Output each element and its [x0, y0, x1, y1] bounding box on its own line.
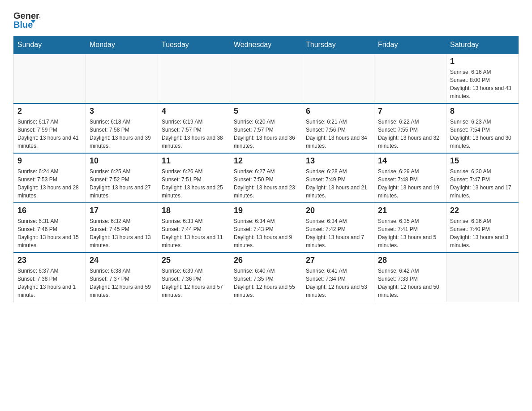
- day-cell: 16Sunrise: 6:31 AM Sunset: 7:46 PM Dayli…: [14, 203, 86, 253]
- day-cell: 19Sunrise: 6:34 AM Sunset: 7:43 PM Dayli…: [230, 203, 302, 253]
- day-info: Sunrise: 6:27 AM Sunset: 7:50 PM Dayligh…: [234, 167, 298, 200]
- calendar-header-row: SundayMondayTuesdayWednesdayThursdayFrid…: [14, 36, 519, 54]
- day-cell: [158, 54, 230, 103]
- day-number: 11: [162, 156, 226, 166]
- week-row-3: 16Sunrise: 6:31 AM Sunset: 7:46 PM Dayli…: [14, 203, 519, 253]
- day-cell: 20Sunrise: 6:34 AM Sunset: 7:42 PM Dayli…: [302, 203, 374, 253]
- day-number: 28: [378, 256, 442, 265]
- day-cell: 23Sunrise: 6:37 AM Sunset: 7:38 PM Dayli…: [14, 253, 86, 302]
- day-number: 17: [90, 206, 154, 215]
- day-info: Sunrise: 6:26 AM Sunset: 7:51 PM Dayligh…: [162, 167, 226, 200]
- day-info: Sunrise: 6:28 AM Sunset: 7:49 PM Dayligh…: [306, 167, 370, 200]
- day-number: 7: [378, 107, 442, 116]
- svg-text:Blue: Blue: [13, 20, 33, 30]
- day-info: Sunrise: 6:21 AM Sunset: 7:56 PM Dayligh…: [306, 118, 370, 150]
- week-row-2: 9Sunrise: 6:24 AM Sunset: 7:53 PM Daylig…: [14, 153, 519, 203]
- day-info: Sunrise: 6:19 AM Sunset: 7:57 PM Dayligh…: [162, 118, 226, 150]
- day-cell: 1Sunrise: 6:16 AM Sunset: 8:00 PM Daylig…: [446, 54, 519, 103]
- header-tuesday: Tuesday: [158, 36, 230, 54]
- day-cell: 22Sunrise: 6:36 AM Sunset: 7:40 PM Dayli…: [446, 203, 519, 253]
- day-cell: [14, 54, 86, 103]
- header-sunday: Sunday: [14, 36, 86, 54]
- day-info: Sunrise: 6:32 AM Sunset: 7:45 PM Dayligh…: [90, 217, 154, 249]
- day-number: 19: [234, 206, 298, 215]
- day-cell: 21Sunrise: 6:35 AM Sunset: 7:41 PM Dayli…: [374, 203, 446, 253]
- calendar-table: SundayMondayTuesdayWednesdayThursdayFrid…: [13, 36, 519, 302]
- header-wednesday: Wednesday: [230, 36, 302, 54]
- header-thursday: Thursday: [302, 36, 374, 54]
- day-number: 14: [378, 156, 442, 166]
- day-info: Sunrise: 6:40 AM Sunset: 7:35 PM Dayligh…: [234, 267, 298, 299]
- day-cell: 14Sunrise: 6:29 AM Sunset: 7:48 PM Dayli…: [374, 153, 446, 203]
- day-number: 3: [90, 107, 154, 116]
- day-number: 24: [90, 256, 154, 265]
- day-info: Sunrise: 6:31 AM Sunset: 7:46 PM Dayligh…: [17, 217, 82, 249]
- day-cell: 25Sunrise: 6:39 AM Sunset: 7:36 PM Dayli…: [158, 253, 230, 302]
- day-info: Sunrise: 6:16 AM Sunset: 8:00 PM Dayligh…: [450, 68, 515, 100]
- day-info: Sunrise: 6:37 AM Sunset: 7:38 PM Dayligh…: [17, 267, 82, 299]
- day-cell: 27Sunrise: 6:41 AM Sunset: 7:34 PM Dayli…: [302, 253, 374, 302]
- day-cell: 4Sunrise: 6:19 AM Sunset: 7:57 PM Daylig…: [158, 103, 230, 153]
- day-info: Sunrise: 6:34 AM Sunset: 7:43 PM Dayligh…: [234, 217, 298, 249]
- day-info: Sunrise: 6:34 AM Sunset: 7:42 PM Dayligh…: [306, 217, 370, 249]
- day-number: 18: [162, 206, 226, 215]
- day-number: 1: [450, 57, 515, 66]
- day-number: 8: [450, 107, 515, 116]
- day-number: 13: [306, 156, 370, 166]
- day-cell: [446, 253, 519, 302]
- day-cell: 17Sunrise: 6:32 AM Sunset: 7:45 PM Dayli…: [86, 203, 158, 253]
- day-number: 25: [162, 256, 226, 265]
- day-cell: 24Sunrise: 6:38 AM Sunset: 7:37 PM Dayli…: [86, 253, 158, 302]
- day-number: 22: [450, 206, 515, 215]
- day-number: 9: [17, 156, 82, 166]
- day-info: Sunrise: 6:33 AM Sunset: 7:44 PM Dayligh…: [162, 217, 226, 249]
- day-cell: [86, 54, 158, 103]
- day-number: 10: [90, 156, 154, 166]
- page-header: GeneralBlue: [13, 9, 519, 31]
- day-info: Sunrise: 6:36 AM Sunset: 7:40 PM Dayligh…: [450, 217, 515, 249]
- logo: GeneralBlue: [13, 9, 40, 31]
- day-number: 12: [234, 156, 298, 166]
- day-info: Sunrise: 6:41 AM Sunset: 7:34 PM Dayligh…: [306, 267, 370, 299]
- day-cell: 2Sunrise: 6:17 AM Sunset: 7:59 PM Daylig…: [14, 103, 86, 153]
- day-info: Sunrise: 6:20 AM Sunset: 7:57 PM Dayligh…: [234, 118, 298, 150]
- day-info: Sunrise: 6:30 AM Sunset: 7:47 PM Dayligh…: [450, 167, 515, 200]
- day-info: Sunrise: 6:29 AM Sunset: 7:48 PM Dayligh…: [378, 167, 442, 200]
- day-info: Sunrise: 6:25 AM Sunset: 7:52 PM Dayligh…: [90, 167, 154, 200]
- day-info: Sunrise: 6:38 AM Sunset: 7:37 PM Dayligh…: [90, 267, 154, 299]
- day-number: 20: [306, 206, 370, 215]
- week-row-1: 2Sunrise: 6:17 AM Sunset: 7:59 PM Daylig…: [14, 103, 519, 153]
- day-number: 23: [17, 256, 82, 265]
- day-info: Sunrise: 6:35 AM Sunset: 7:41 PM Dayligh…: [378, 217, 442, 249]
- day-info: Sunrise: 6:39 AM Sunset: 7:36 PM Dayligh…: [162, 267, 226, 299]
- day-cell: 10Sunrise: 6:25 AM Sunset: 7:52 PM Dayli…: [86, 153, 158, 203]
- day-info: Sunrise: 6:17 AM Sunset: 7:59 PM Dayligh…: [17, 118, 82, 150]
- header-saturday: Saturday: [446, 36, 519, 54]
- day-cell: 9Sunrise: 6:24 AM Sunset: 7:53 PM Daylig…: [14, 153, 86, 203]
- day-cell: [374, 54, 446, 103]
- day-info: Sunrise: 6:42 AM Sunset: 7:33 PM Dayligh…: [378, 267, 442, 299]
- week-row-4: 23Sunrise: 6:37 AM Sunset: 7:38 PM Dayli…: [14, 253, 519, 302]
- day-info: Sunrise: 6:23 AM Sunset: 7:54 PM Dayligh…: [450, 118, 515, 150]
- day-cell: 13Sunrise: 6:28 AM Sunset: 7:49 PM Dayli…: [302, 153, 374, 203]
- day-number: 6: [306, 107, 370, 116]
- day-cell: 8Sunrise: 6:23 AM Sunset: 7:54 PM Daylig…: [446, 103, 519, 153]
- day-cell: [230, 54, 302, 103]
- day-info: Sunrise: 6:18 AM Sunset: 7:58 PM Dayligh…: [90, 118, 154, 150]
- header-monday: Monday: [86, 36, 158, 54]
- svg-text:General: General: [13, 11, 40, 21]
- day-number: 27: [306, 256, 370, 265]
- day-cell: 12Sunrise: 6:27 AM Sunset: 7:50 PM Dayli…: [230, 153, 302, 203]
- day-cell: 15Sunrise: 6:30 AM Sunset: 7:47 PM Dayli…: [446, 153, 519, 203]
- day-number: 2: [17, 107, 82, 116]
- generalblue-logo-icon: GeneralBlue: [13, 9, 40, 31]
- day-cell: 18Sunrise: 6:33 AM Sunset: 7:44 PM Dayli…: [158, 203, 230, 253]
- day-number: 21: [378, 206, 442, 215]
- day-number: 4: [162, 107, 226, 116]
- week-row-0: 1Sunrise: 6:16 AM Sunset: 8:00 PM Daylig…: [14, 54, 519, 103]
- day-cell: 26Sunrise: 6:40 AM Sunset: 7:35 PM Dayli…: [230, 253, 302, 302]
- day-number: 16: [17, 206, 82, 215]
- day-info: Sunrise: 6:24 AM Sunset: 7:53 PM Dayligh…: [17, 167, 82, 200]
- day-info: Sunrise: 6:22 AM Sunset: 7:55 PM Dayligh…: [378, 118, 442, 150]
- day-cell: 3Sunrise: 6:18 AM Sunset: 7:58 PM Daylig…: [86, 103, 158, 153]
